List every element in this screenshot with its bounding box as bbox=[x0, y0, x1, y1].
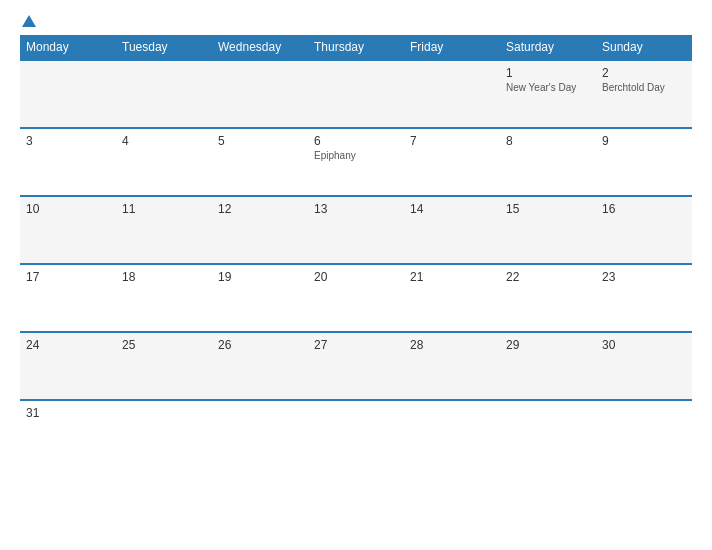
calendar-cell: 3 bbox=[20, 128, 116, 196]
calendar-cell: 7 bbox=[404, 128, 500, 196]
day-number: 2 bbox=[602, 66, 686, 80]
day-number: 20 bbox=[314, 270, 398, 284]
day-header-sunday: Sunday bbox=[596, 35, 692, 60]
calendar-header: MondayTuesdayWednesdayThursdayFridaySatu… bbox=[20, 35, 692, 60]
logo bbox=[20, 15, 36, 27]
day-number: 3 bbox=[26, 134, 110, 148]
calendar-week-row: 10111213141516 bbox=[20, 196, 692, 264]
day-header-friday: Friday bbox=[404, 35, 500, 60]
calendar-cell: 25 bbox=[116, 332, 212, 400]
day-number: 6 bbox=[314, 134, 398, 148]
day-header-saturday: Saturday bbox=[500, 35, 596, 60]
calendar-week-row: 1New Year's Day2Berchtold Day bbox=[20, 60, 692, 128]
calendar-cell bbox=[308, 400, 404, 468]
day-number: 9 bbox=[602, 134, 686, 148]
day-number: 26 bbox=[218, 338, 302, 352]
day-number: 27 bbox=[314, 338, 398, 352]
day-number: 17 bbox=[26, 270, 110, 284]
calendar-cell: 4 bbox=[116, 128, 212, 196]
calendar-cell bbox=[212, 60, 308, 128]
day-header-thursday: Thursday bbox=[308, 35, 404, 60]
calendar-cell: 12 bbox=[212, 196, 308, 264]
day-number: 21 bbox=[410, 270, 494, 284]
calendar-cell: 19 bbox=[212, 264, 308, 332]
day-number: 16 bbox=[602, 202, 686, 216]
calendar-cell: 20 bbox=[308, 264, 404, 332]
calendar-cell bbox=[308, 60, 404, 128]
day-number: 8 bbox=[506, 134, 590, 148]
calendar-cell bbox=[596, 400, 692, 468]
calendar-cell: 5 bbox=[212, 128, 308, 196]
calendar-cell bbox=[116, 60, 212, 128]
day-number: 22 bbox=[506, 270, 590, 284]
calendar-cell: 10 bbox=[20, 196, 116, 264]
day-number: 10 bbox=[26, 202, 110, 216]
day-number: 1 bbox=[506, 66, 590, 80]
day-number: 11 bbox=[122, 202, 206, 216]
header bbox=[20, 15, 692, 27]
calendar-cell: 24 bbox=[20, 332, 116, 400]
day-number: 19 bbox=[218, 270, 302, 284]
calendar-table: MondayTuesdayWednesdayThursdayFridaySatu… bbox=[20, 35, 692, 468]
calendar-cell: 17 bbox=[20, 264, 116, 332]
day-number: 14 bbox=[410, 202, 494, 216]
calendar-cell: 15 bbox=[500, 196, 596, 264]
calendar-week-row: 3456Epiphany789 bbox=[20, 128, 692, 196]
day-number: 18 bbox=[122, 270, 206, 284]
holiday-label: New Year's Day bbox=[506, 82, 590, 93]
day-number: 5 bbox=[218, 134, 302, 148]
calendar-cell: 21 bbox=[404, 264, 500, 332]
calendar-cell bbox=[500, 400, 596, 468]
day-number: 4 bbox=[122, 134, 206, 148]
day-number: 7 bbox=[410, 134, 494, 148]
calendar-cell: 8 bbox=[500, 128, 596, 196]
calendar-cell: 23 bbox=[596, 264, 692, 332]
calendar-body: 1New Year's Day2Berchtold Day3456Epiphan… bbox=[20, 60, 692, 468]
day-number: 29 bbox=[506, 338, 590, 352]
day-number: 30 bbox=[602, 338, 686, 352]
holiday-label: Epiphany bbox=[314, 150, 398, 161]
calendar-cell bbox=[116, 400, 212, 468]
calendar-cell: 2Berchtold Day bbox=[596, 60, 692, 128]
calendar-cell: 28 bbox=[404, 332, 500, 400]
calendar-cell bbox=[20, 60, 116, 128]
calendar-week-row: 31 bbox=[20, 400, 692, 468]
day-number: 13 bbox=[314, 202, 398, 216]
holiday-label: Berchtold Day bbox=[602, 82, 686, 93]
calendar-week-row: 24252627282930 bbox=[20, 332, 692, 400]
calendar-cell: 29 bbox=[500, 332, 596, 400]
calendar-cell: 22 bbox=[500, 264, 596, 332]
calendar-cell bbox=[404, 400, 500, 468]
calendar-page: MondayTuesdayWednesdayThursdayFridaySatu… bbox=[0, 0, 712, 550]
calendar-cell: 14 bbox=[404, 196, 500, 264]
day-number: 12 bbox=[218, 202, 302, 216]
calendar-cell bbox=[404, 60, 500, 128]
calendar-cell: 31 bbox=[20, 400, 116, 468]
day-number: 23 bbox=[602, 270, 686, 284]
calendar-cell: 26 bbox=[212, 332, 308, 400]
calendar-week-row: 17181920212223 bbox=[20, 264, 692, 332]
calendar-cell bbox=[212, 400, 308, 468]
days-of-week-row: MondayTuesdayWednesdayThursdayFridaySatu… bbox=[20, 35, 692, 60]
day-header-wednesday: Wednesday bbox=[212, 35, 308, 60]
day-number: 28 bbox=[410, 338, 494, 352]
logo-triangle-icon bbox=[22, 15, 36, 27]
calendar-cell: 11 bbox=[116, 196, 212, 264]
day-number: 15 bbox=[506, 202, 590, 216]
day-number: 24 bbox=[26, 338, 110, 352]
day-header-monday: Monday bbox=[20, 35, 116, 60]
calendar-cell: 16 bbox=[596, 196, 692, 264]
calendar-cell: 27 bbox=[308, 332, 404, 400]
day-header-tuesday: Tuesday bbox=[116, 35, 212, 60]
calendar-cell: 1New Year's Day bbox=[500, 60, 596, 128]
day-number: 31 bbox=[26, 406, 110, 420]
calendar-cell: 6Epiphany bbox=[308, 128, 404, 196]
calendar-cell: 13 bbox=[308, 196, 404, 264]
calendar-cell: 30 bbox=[596, 332, 692, 400]
day-number: 25 bbox=[122, 338, 206, 352]
calendar-cell: 9 bbox=[596, 128, 692, 196]
calendar-cell: 18 bbox=[116, 264, 212, 332]
